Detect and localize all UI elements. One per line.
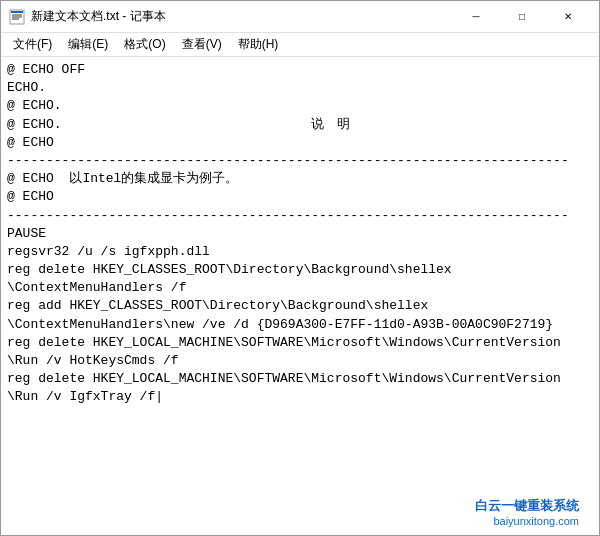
svg-rect-1: [11, 11, 23, 13]
close-button[interactable]: ✕: [545, 1, 591, 33]
title-bar: 新建文本文档.txt - 记事本 ─ □ ✕: [1, 1, 599, 33]
menu-bar: 文件(F) 编辑(E) 格式(O) 查看(V) 帮助(H): [1, 33, 599, 57]
menu-format[interactable]: 格式(O): [116, 34, 173, 55]
editor-container: @ ECHO OFF ECHO. @ ECHO. @ ECHO. 说 明 @ E…: [1, 57, 599, 535]
window-controls: ─ □ ✕: [453, 1, 591, 33]
app-icon: [9, 9, 25, 25]
window-title: 新建文本文档.txt - 记事本: [31, 8, 453, 25]
maximize-button[interactable]: □: [499, 1, 545, 33]
menu-edit[interactable]: 编辑(E): [60, 34, 116, 55]
menu-view[interactable]: 查看(V): [174, 34, 230, 55]
main-window: 新建文本文档.txt - 记事本 ─ □ ✕ 文件(F) 编辑(E) 格式(O)…: [0, 0, 600, 536]
menu-file[interactable]: 文件(F): [5, 34, 60, 55]
minimize-button[interactable]: ─: [453, 1, 499, 33]
editor-textarea[interactable]: @ ECHO OFF ECHO. @ ECHO. @ ECHO. 说 明 @ E…: [1, 57, 599, 535]
menu-help[interactable]: 帮助(H): [230, 34, 287, 55]
